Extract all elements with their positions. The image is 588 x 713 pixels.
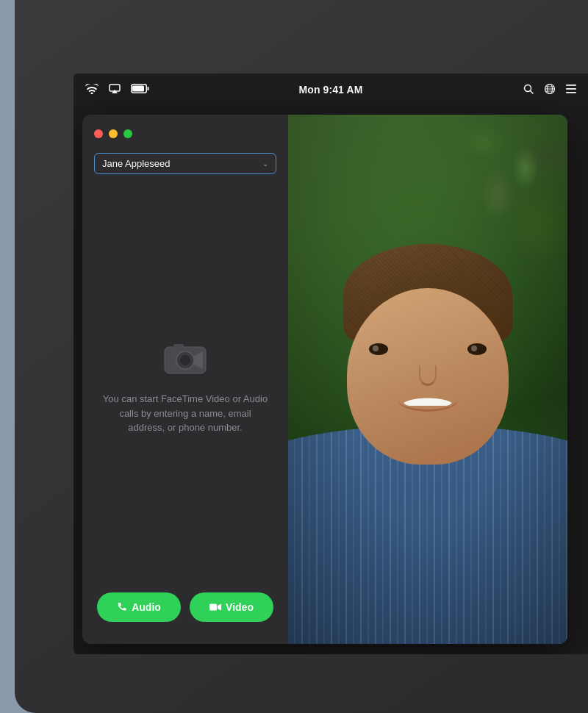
head: [332, 244, 523, 457]
account-name: Jane Appleseed: [102, 158, 171, 169]
airplay-icon: [109, 84, 121, 96]
person-body: [288, 235, 567, 644]
nose: [419, 365, 437, 386]
minimize-button[interactable]: [109, 129, 118, 138]
menu-bar-right: [523, 83, 576, 97]
video-button-label: Video: [226, 601, 254, 613]
svg-rect-2: [148, 87, 149, 90]
camera-icon: [159, 336, 211, 380]
empty-state: You can start FaceTime Video or Audio ca…: [82, 186, 288, 644]
eyes: [369, 343, 487, 355]
svg-rect-15: [209, 604, 217, 611]
macbook-bezel: Mon 9:41 AM: [15, 0, 588, 713]
battery-icon: [131, 84, 149, 96]
account-selector[interactable]: Jane Appleseed ⌄: [94, 153, 276, 174]
search-icon[interactable]: [523, 84, 534, 96]
wifi-icon: [85, 84, 98, 96]
menu-bar-left: [85, 84, 149, 96]
video-call-button[interactable]: Video: [190, 592, 273, 622]
svg-rect-9: [566, 88, 576, 90]
svg-rect-3: [132, 86, 144, 92]
svg-rect-8: [566, 85, 576, 86]
audio-call-button[interactable]: Audio: [97, 592, 181, 622]
menu-bar-time: Mon 9:41 AM: [299, 84, 363, 96]
svg-rect-10: [566, 92, 576, 93]
system-menu-icon[interactable]: [566, 84, 576, 96]
screen: Mon 9:41 AM: [74, 74, 588, 654]
svg-point-13: [180, 355, 190, 365]
svg-rect-14: [173, 344, 184, 350]
chevron-down-icon: ⌄: [262, 160, 268, 168]
call-buttons: Audio Video: [82, 592, 288, 622]
siri-icon[interactable]: [544, 83, 556, 97]
audio-button-label: Audio: [132, 601, 161, 613]
photo-area: [288, 115, 567, 644]
close-button[interactable]: [94, 129, 103, 138]
title-bar: [82, 115, 288, 153]
right-eye: [467, 343, 487, 355]
empty-state-text: You can start FaceTime Video or Audio ca…: [100, 392, 270, 435]
person-photo: [288, 115, 567, 644]
smile: [398, 390, 457, 412]
menu-bar: Mon 9:41 AM: [74, 74, 588, 106]
maximize-button[interactable]: [123, 129, 132, 138]
left-eye: [369, 343, 388, 355]
app-window: Jane Appleseed ⌄: [82, 115, 567, 644]
sidebar: Jane Appleseed ⌄: [82, 115, 288, 644]
